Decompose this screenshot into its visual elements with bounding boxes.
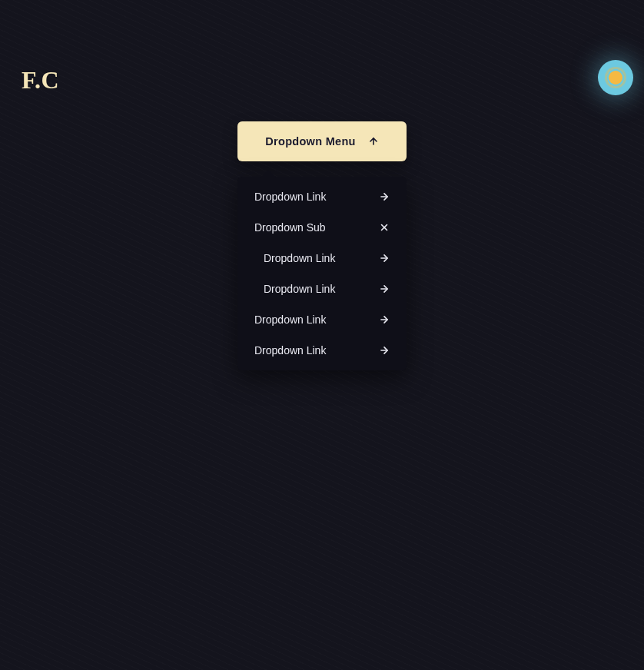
dropdown-panel: Dropdown Link Dropdown Sub Dropdown Link <box>237 177 407 370</box>
dropdown-menu-button[interactable]: Dropdown Menu <box>237 121 407 161</box>
dropdown-item-label: Dropdown Link <box>254 344 326 357</box>
dropdown-item-label: Dropdown Link <box>264 283 335 295</box>
dropdown-submenu-toggle[interactable]: Dropdown Sub <box>237 212 407 243</box>
theme-toggle-button[interactable] <box>598 60 633 95</box>
arrow-right-icon <box>379 253 390 264</box>
dropdown-link-item[interactable]: Dropdown Link <box>237 335 407 366</box>
dropdown-link-item[interactable]: Dropdown Link <box>237 304 407 335</box>
sun-icon <box>609 71 622 85</box>
arrow-up-icon <box>368 136 379 147</box>
arrow-right-icon <box>379 191 390 202</box>
close-icon <box>379 222 390 233</box>
dropdown-item-label: Dropdown Link <box>254 191 326 203</box>
dropdown-container: Dropdown Menu Dropdown Link Dropdown Sub <box>237 121 407 370</box>
dropdown-item-label: Dropdown Sub <box>254 221 326 234</box>
dropdown-item-label: Dropdown Link <box>264 252 335 264</box>
dropdown-link-item[interactable]: Dropdown Link <box>237 181 407 212</box>
arrow-right-icon <box>379 284 390 294</box>
dropdown-sublink-item[interactable]: Dropdown Link <box>237 243 407 274</box>
dropdown-button-label: Dropdown Menu <box>265 135 355 148</box>
arrow-right-icon <box>379 314 390 325</box>
arrow-right-icon <box>379 345 390 356</box>
dropdown-item-label: Dropdown Link <box>254 313 326 326</box>
brand-logo: F.C <box>22 66 59 95</box>
dropdown-sublink-item[interactable]: Dropdown Link <box>237 274 407 304</box>
